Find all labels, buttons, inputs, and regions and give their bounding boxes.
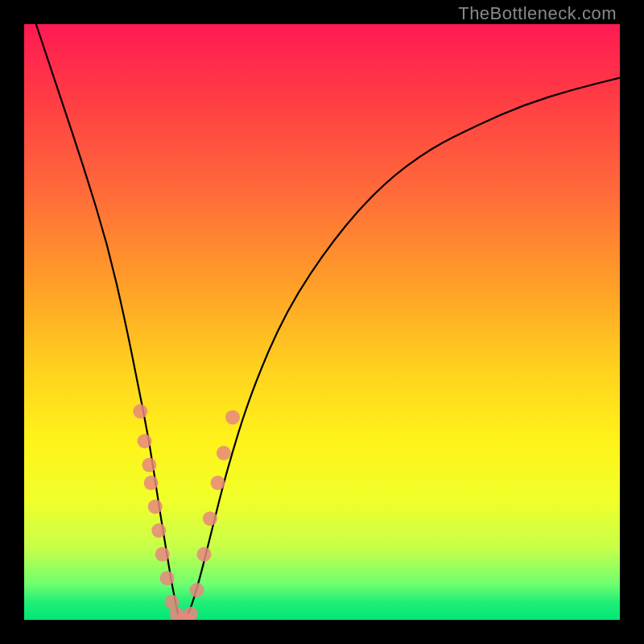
marker-point xyxy=(155,547,170,562)
plot-area xyxy=(24,24,620,620)
marker-point xyxy=(184,607,198,620)
marker-point xyxy=(217,446,231,460)
marker-point xyxy=(142,458,156,473)
marker-point xyxy=(196,547,211,562)
plot-svg xyxy=(24,24,620,620)
watermark-text: TheBottleneck.com xyxy=(458,3,617,24)
marker-point xyxy=(151,523,166,538)
marker-point xyxy=(225,410,240,424)
marker-point xyxy=(203,511,217,526)
marker-point xyxy=(160,571,175,585)
marker-point xyxy=(148,499,163,514)
marker-point xyxy=(144,476,159,490)
markers-group xyxy=(133,404,240,620)
marker-point xyxy=(133,404,147,419)
marker-point xyxy=(211,476,225,490)
marker-point xyxy=(190,583,204,597)
marker-point xyxy=(137,434,151,448)
curve-path xyxy=(36,24,620,620)
chart-frame: TheBottleneck.com xyxy=(0,0,644,644)
